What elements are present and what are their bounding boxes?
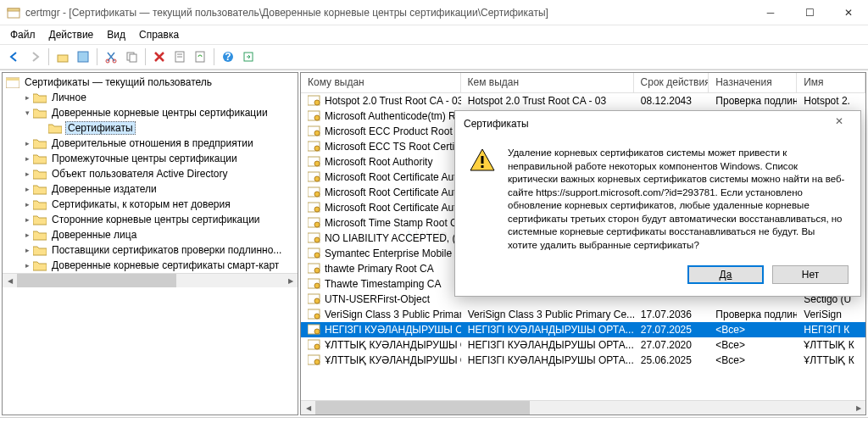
menu-action[interactable]: Действие (49, 29, 94, 41)
cell-purpose: Проверка подлин... (709, 95, 797, 107)
svg-point-52 (314, 359, 320, 364)
tree-item-label: Сертификаты (65, 121, 136, 135)
tree-item[interactable]: ▸Сторонние корневые центры сертификации (3, 212, 298, 227)
svg-point-34 (314, 222, 320, 227)
refresh-button[interactable] (191, 47, 209, 66)
tree-item[interactable]: ▸Доверенные лица (3, 227, 298, 242)
cut-button[interactable] (102, 47, 120, 66)
dialog-text: Удаление корневых сертификатов системы м… (508, 147, 847, 252)
svg-point-26 (314, 161, 320, 166)
tree-item-label: Личное (50, 92, 88, 103)
forward-button[interactable] (25, 47, 44, 66)
expand-icon[interactable]: ▸ (21, 185, 33, 193)
menu-help[interactable]: Справка (139, 29, 179, 41)
expand-icon[interactable]: ▾ (21, 108, 33, 117)
svg-point-44 (314, 298, 320, 303)
cell-expiry: 25.06.2025 (634, 354, 709, 366)
tree-item[interactable]: Сертификаты (3, 120, 298, 136)
cert-store-icon (6, 76, 19, 88)
minimize-button[interactable]: ─ (751, 0, 790, 25)
tree-item-label: Сертификаты, к которым нет доверия (50, 198, 232, 210)
delete-button[interactable] (150, 47, 169, 66)
copy-button[interactable] (122, 47, 141, 66)
tree-item[interactable]: ▸Сертификаты, к которым нет доверия (3, 197, 298, 212)
list-row[interactable]: VeriSign Class 3 Public Primary ...VeriS… (301, 307, 865, 322)
col-purpose[interactable]: Назначения (709, 73, 797, 92)
maximize-button[interactable]: ☐ (790, 0, 829, 25)
tree-item[interactable]: ▸Доверенные издатели (3, 181, 298, 197)
cell-expiry: 27.07.2020 (634, 339, 709, 351)
list-row[interactable]: НЕГІЗГІ КУӘЛАНДЫРУШЫ ОРТА...НЕГІЗГІ КУӘЛ… (301, 322, 865, 337)
expand-icon[interactable]: ▸ (21, 93, 33, 102)
tree-item[interactable]: ▸Промежуточные центры сертификации (3, 151, 298, 166)
expand-icon[interactable]: ▸ (21, 200, 33, 209)
help-button[interactable]: ? (219, 47, 237, 66)
cell-issued-to: НЕГІЗГІ КУӘЛАНДЫРУШЫ ОРТА... (325, 324, 461, 336)
cell-name: НЕГІЗГІ К (797, 324, 865, 336)
menu-file[interactable]: Файл (10, 29, 36, 41)
menu-view[interactable]: Вид (107, 29, 125, 41)
svg-point-38 (314, 253, 320, 258)
svg-point-18 (314, 100, 320, 105)
cell-issued-by: VeriSign Class 3 Public Primary Ce... (461, 309, 634, 320)
svg-point-36 (314, 237, 320, 242)
cell-issued-to: Symantec Enterprise Mobile Ro... (325, 248, 461, 259)
tree-root[interactable]: Сертификаты — текущий пользователь (3, 75, 298, 90)
expand-icon[interactable]: ▸ (21, 215, 33, 224)
cell-expiry: 27.07.2025 (634, 324, 709, 336)
expand-icon[interactable]: ▸ (21, 246, 33, 254)
expand-icon[interactable]: ▸ (21, 231, 33, 239)
tree-panel[interactable]: Сертификаты — текущий пользователь ▸Личн… (2, 72, 298, 415)
tree-item-label: Доверенные лица (50, 229, 138, 241)
list-row[interactable]: Hotspot 2.0 Trust Root CA - 03Hotspot 2.… (301, 93, 865, 108)
back-button[interactable] (5, 47, 24, 66)
tree-item[interactable]: ▸Объект пользователя Active Directory (3, 166, 298, 181)
expand-icon[interactable]: ▸ (21, 139, 33, 147)
expand-icon[interactable]: ▸ (21, 154, 33, 163)
col-issued-to[interactable]: Кому выдан (301, 73, 461, 92)
yes-button[interactable]: Да (687, 265, 764, 284)
svg-point-20 (314, 115, 320, 120)
svg-rect-16 (6, 78, 19, 81)
cell-expiry: 08.12.2043 (634, 95, 709, 107)
col-expiry[interactable]: Срок действия (634, 73, 709, 92)
expand-icon[interactable]: ▸ (21, 170, 33, 178)
properties-button[interactable] (170, 47, 189, 66)
svg-point-42 (314, 283, 320, 288)
cell-issued-by: НЕГІЗГІ КУӘЛАНДЫРУШЫ ОРТА... (461, 354, 634, 366)
col-issued-by[interactable]: Кем выдан (461, 73, 634, 92)
svg-text:?: ? (225, 51, 231, 63)
cell-issued-to: Microsoft Root Certificate Auth... (325, 186, 461, 198)
list-row[interactable]: ҰЛТТЫҚ КУӘЛАНДЫРУШЫ ОР...НЕГІЗГІ КУӘЛАНД… (301, 353, 865, 368)
dialog-close-button[interactable]: ✕ (826, 115, 852, 132)
no-button[interactable]: Нет (772, 265, 849, 284)
tree-root-label: Сертификаты — текущий пользователь (23, 76, 214, 88)
expand-icon[interactable]: ▸ (21, 261, 33, 270)
svg-rect-2 (58, 55, 68, 62)
svg-point-48 (314, 329, 320, 334)
tree-item[interactable]: ▾Доверенные корневые центры сертификации (3, 105, 298, 120)
column-headers: Кому выдан Кем выдан Срок действия Назна… (301, 73, 865, 93)
tree-item-label: Промежуточные центры сертификации (50, 153, 239, 164)
menubar: Файл Действие Вид Справка (0, 25, 868, 44)
cell-name: ҰЛТТЫҚ К (797, 354, 865, 366)
tree-item[interactable]: ▸Доверительные отношения в предприятии (3, 136, 298, 151)
titlebar: certmgr - [Сертификаты — текущий пользов… (0, 0, 868, 25)
options-button[interactable] (74, 47, 92, 66)
export-button[interactable] (239, 47, 258, 66)
svg-rect-53 (481, 156, 484, 164)
tree-item[interactable]: ▸Доверенные корневые сертификаты смарт-к… (3, 258, 298, 273)
tree-scrollbar-h[interactable]: ◀▶ (3, 273, 298, 287)
cell-issued-to: thawte Primary Root CA (325, 263, 434, 275)
col-name[interactable]: Имя (797, 73, 865, 92)
cell-purpose: Проверка подлин... (709, 309, 797, 320)
tree-item-label: Объект пользователя Active Directory (50, 168, 230, 180)
tree-item[interactable]: ▸Личное (3, 90, 298, 105)
close-button[interactable]: ✕ (829, 0, 868, 25)
list-row[interactable]: ҰЛТТЫҚ КУӘЛАНДЫРУШЫ ОР...НЕГІЗГІ КУӘЛАНД… (301, 337, 865, 353)
list-scrollbar-h[interactable]: ◀▶ (301, 400, 865, 415)
tree-item[interactable]: ▸Поставщики сертификатов проверки подлин… (3, 242, 298, 258)
cell-issued-to: Microsoft Root Certificate Auth... (325, 171, 461, 183)
up-button[interactable] (53, 47, 72, 66)
svg-point-22 (314, 131, 320, 136)
